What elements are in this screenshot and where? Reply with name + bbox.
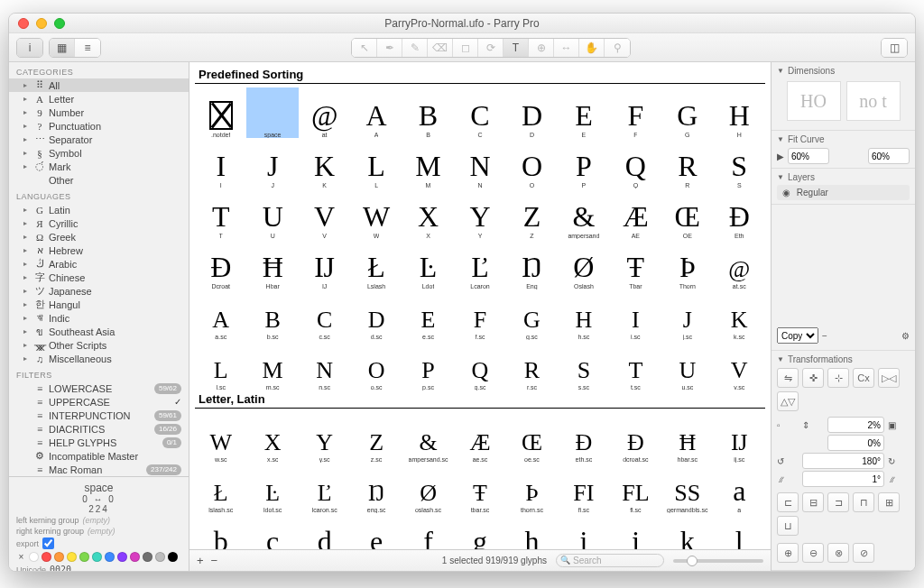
glyph-cell[interactable]: DD (506, 87, 558, 138)
sidebar-item-southeast-asia[interactable]: ▸ขSoutheast Asia (9, 325, 189, 338)
layers-header[interactable]: ▼Layers (777, 172, 910, 182)
bool-subtract-icon[interactable]: ⊖ (802, 543, 824, 563)
glyph-cell[interactable]: .notdef (195, 87, 246, 138)
glyph-cell[interactable]: @at (299, 87, 350, 138)
layer-item[interactable]: ◉ Regular (777, 185, 910, 200)
align-vcenter-icon[interactable]: ⊞ (878, 492, 900, 512)
glyph-cell[interactable]: LL (350, 138, 402, 188)
glyph-cell[interactable]: YY (454, 188, 505, 239)
glyph-cell[interactable]: Þthorn.sc (506, 463, 558, 513)
glyph-cell[interactable]: Vv.sc (714, 340, 765, 390)
color-dot[interactable] (92, 552, 102, 562)
fit-left-icon[interactable]: ▶ (777, 152, 784, 161)
sidebar-item-interpunction[interactable]: ≡INTERPUNCTION59/61 (9, 409, 189, 422)
glyph-cell[interactable]: Pp.sc (402, 340, 454, 390)
disclosure-icon[interactable]: ▸ (23, 260, 31, 268)
annotate-tool-icon[interactable]: ⊕ (529, 39, 554, 57)
disclosure-icon[interactable]: ▸ (23, 95, 31, 103)
sidebar-item-hangul[interactable]: ▸한Hangul (9, 298, 189, 311)
disclosure-icon[interactable]: ▸ (23, 219, 31, 227)
glyph-cell[interactable]: ĐDcroat (195, 239, 246, 289)
glyph-cell[interactable]: ŊEng (506, 239, 558, 289)
remove-glyph-icon[interactable]: − (211, 554, 218, 567)
sidebar-item-miscellaneous[interactable]: ▸♫Miscellaneous (9, 352, 189, 365)
glyph-cell[interactable]: Øoslash.sc (402, 463, 454, 513)
bool-intersect-icon[interactable]: ⊗ (827, 543, 849, 563)
glyph-cell[interactable]: MM (402, 138, 454, 188)
glyph-cell[interactable]: Ee.sc (402, 289, 454, 340)
disclosure-icon[interactable]: ▸ (23, 273, 31, 281)
glyph-cell[interactable]: UU (246, 188, 298, 239)
grid-view-icon[interactable]: ▦ (50, 39, 75, 57)
glyph-cell[interactable]: Đdcroat.sc (610, 412, 661, 463)
sidebar-item-arabic[interactable]: ▸ڭArabic (9, 257, 189, 271)
glyph-cell[interactable]: Zz.sc (350, 412, 402, 463)
sidebar-item-mac-roman[interactable]: ≡Mac Roman237/242 (9, 463, 189, 476)
glyph-cell[interactable]: Aa.sc (195, 289, 246, 340)
glyph-cell[interactable]: ĲIJ (299, 239, 350, 289)
glyph-cell[interactable]: &ampersand.sc (402, 412, 454, 463)
glyph-cell[interactable]: CC (454, 87, 505, 138)
sidebar-item-symbol[interactable]: ▸§Symbol (9, 146, 189, 160)
info-icon[interactable]: i (17, 39, 42, 57)
color-dot[interactable] (29, 552, 39, 562)
glyph-cell[interactable]: jj (610, 513, 661, 549)
select-tool-icon[interactable]: ↖ (352, 39, 377, 57)
glyph-cell[interactable]: ŦTbar (610, 239, 661, 289)
color-dot[interactable] (130, 552, 140, 562)
measure-tool-icon[interactable]: ↔ (554, 39, 579, 57)
glyph-cell[interactable]: gg (454, 513, 505, 549)
glyph-cell[interactable]: space (246, 87, 298, 138)
glyph-cell[interactable]: ØOslash (558, 239, 609, 289)
glyph-cell[interactable]: Nn.sc (299, 340, 350, 390)
color-dot[interactable] (79, 552, 89, 562)
sidebar-item-cyrillic[interactable]: ▸ЯCyrillic (9, 216, 189, 230)
glyph-cell[interactable]: BB (402, 87, 454, 138)
zoom-button[interactable] (54, 18, 65, 29)
info-toggle[interactable]: i (16, 38, 43, 58)
rotate-input[interactable] (802, 453, 884, 469)
glyph-cell[interactable]: @at.sc (714, 239, 765, 289)
glyph-cell[interactable]: Yy.sc (299, 412, 350, 463)
zoom-tool-icon[interactable]: ⚲ (605, 39, 630, 57)
glyph-cell[interactable]: Ll.sc (195, 340, 246, 390)
glyph-cell[interactable]: ÆAE (610, 188, 661, 239)
sidebar-item-letter[interactable]: ▸ALetter (9, 92, 189, 106)
disclosure-icon[interactable]: ▸ (23, 108, 31, 116)
disclosure-icon[interactable]: ▸ (23, 162, 31, 170)
disclosure-icon[interactable]: ▸ (23, 149, 31, 157)
clear-color-icon[interactable]: × (16, 552, 26, 562)
sidebar-item-japanese[interactable]: ▸ツJapanese (9, 284, 189, 298)
align-hcenter-icon[interactable]: ⊟ (802, 492, 824, 512)
disclosure-icon[interactable]: ▸ (23, 122, 31, 130)
glyph-cell[interactable]: SSgermandbls.sc (661, 463, 713, 513)
glyph-cell[interactable]: Ðeth.sc (558, 412, 609, 463)
copy-select[interactable]: Copy (777, 327, 818, 344)
glyph-cell[interactable]: bb (195, 513, 246, 549)
align-center-icon[interactable]: ✜ (802, 368, 824, 388)
sidebar-item-hebrew[interactable]: ▸אHebrew (9, 243, 189, 257)
fit-left-input[interactable] (788, 148, 829, 164)
glyph-cell[interactable]: GG (661, 87, 713, 138)
glyph-cell[interactable]: Qq.sc (454, 340, 505, 390)
glyph-cell[interactable]: RR (661, 138, 713, 188)
glyph-cell[interactable]: Cc.sc (299, 289, 350, 340)
fit-curve-header[interactable]: ▼Fit Curve (777, 134, 910, 144)
fit-right-input[interactable] (868, 148, 910, 164)
glyph-cell[interactable]: WW (350, 188, 402, 239)
list-view-icon[interactable]: ≡ (75, 39, 100, 57)
glyph-cell[interactable]: Hh.sc (558, 289, 609, 340)
glyph-cell[interactable]: ZZ (506, 188, 558, 239)
zoom-slider[interactable] (673, 559, 763, 563)
glyph-cell[interactable]: Æae.sc (454, 412, 505, 463)
cap-x-icon[interactable]: Cx (853, 368, 874, 388)
glyph-cell[interactable]: PP (558, 138, 609, 188)
glyph-cell[interactable]: cc (246, 513, 298, 549)
sidebar-item-diacritics[interactable]: ≡DIACRITICS16/26 (9, 422, 189, 436)
glyph-cell[interactable]: dd (299, 513, 350, 549)
rotate-cw-icon[interactable]: ↻ (888, 456, 910, 466)
disclosure-icon[interactable]: ▸ (23, 233, 31, 241)
right-kern-row[interactable]: right kerning group (empty) (16, 527, 181, 536)
disclosure-icon[interactable]: ▸ (23, 246, 31, 254)
glyph-cell[interactable]: ÐEth (714, 188, 765, 239)
